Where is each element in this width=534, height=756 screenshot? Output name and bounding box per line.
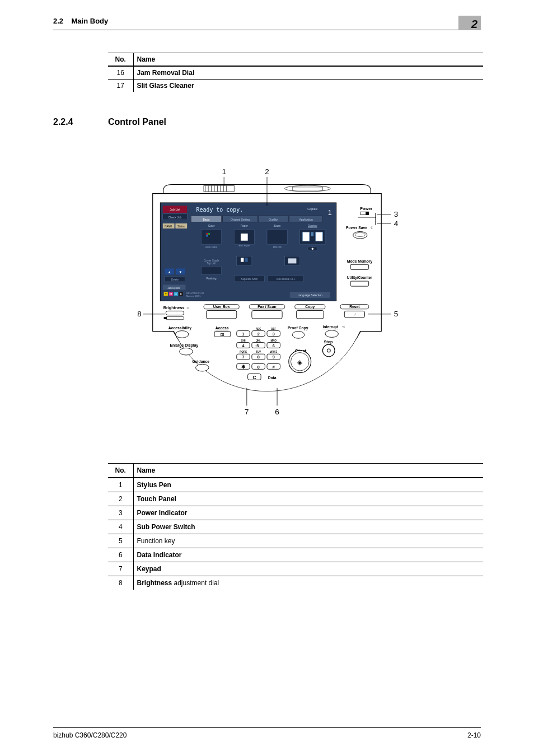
table2-cell-name: Sub Power Switch: [133, 520, 483, 534]
start-diamond-icon: ◈: [297, 358, 303, 366]
screen-copies-value: 1: [328, 209, 332, 217]
table2-cell-no: 8: [108, 576, 133, 590]
lbl-data: Data: [268, 376, 277, 380]
header-section-no: 2.2: [53, 17, 63, 25]
svg-text:2: 2: [257, 332, 260, 337]
lbl-langsel: Language Selection: [298, 294, 322, 297]
svg-text:GHI: GHI: [241, 339, 246, 342]
svg-text:Y: Y: [165, 292, 167, 296]
table-jam-slit: No. Name 16 Jam Removal Dial 17 Slit Gla…: [108, 53, 483, 92]
lbl-corner: Corner Staple: [204, 259, 219, 262]
footer-left: bizhub C360/C280/C220: [53, 731, 127, 739]
table1-cell-no: 16: [108, 66, 133, 80]
key-icon: ⚿: [221, 333, 224, 337]
svg-text:TUV: TUV: [256, 351, 261, 353]
svg-point-76: [180, 348, 193, 355]
svg-text:2: 2: [265, 167, 269, 176]
svg-rect-27: [241, 234, 248, 241]
svg-text:4: 4: [394, 220, 399, 228]
arrow-down-icon: ▼: [179, 270, 182, 274]
table2-cell-no: 3: [108, 506, 133, 520]
lbl-autorotate: Auto Rotate OFF: [276, 278, 295, 281]
svg-rect-25: [208, 235, 210, 237]
svg-text:4: 4: [242, 343, 245, 348]
interrupt-icon: ⤳: [342, 325, 345, 329]
lbl-faxscan: Fax / Scan: [257, 305, 276, 309]
svg-text:JKL: JKL: [256, 339, 261, 342]
table1-head-name: Name: [133, 53, 483, 67]
table-row: 4Sub Power Switch: [108, 520, 483, 534]
svg-point-115: [322, 344, 335, 357]
tab-original: Original Setting: [231, 218, 250, 221]
svg-rect-32: [316, 232, 323, 241]
table2-cell-name: Stylus Pen: [133, 478, 483, 492]
lbl-brightness: Brightness: [163, 305, 185, 310]
svg-text:M: M: [170, 292, 172, 296]
lbl-zoom: Zoom: [274, 225, 281, 227]
svg-rect-40: [288, 258, 296, 263]
table2-cell-name: Data Indicator: [133, 548, 483, 562]
svg-rect-38: [245, 258, 247, 262]
svg-point-114: [325, 330, 339, 338]
svg-rect-65: [166, 316, 184, 319]
table2-cell-no: 1: [108, 478, 133, 492]
svg-text:3: 3: [273, 332, 275, 337]
lbl-sepscan: Separate Scan: [241, 278, 257, 281]
lbl-enlarge: Enlarge Display: [170, 343, 198, 348]
svg-rect-68: [207, 310, 237, 318]
lbl-100: 100.0%: [273, 246, 281, 249]
svg-text:5: 5: [394, 310, 399, 318]
lbl-name: NAME: [165, 225, 172, 228]
control-panel-diagram: Job List Ready to copy. Copies: 1 Check …: [135, 155, 399, 418]
table1-cell-no: 17: [108, 80, 133, 92]
table2-cell-name: Function key: [133, 534, 483, 548]
svg-rect-66: [164, 317, 167, 319]
table-row: 17 Slit Glass Cleaner: [108, 80, 483, 92]
header-section: 2.2 Main Body: [53, 17, 108, 25]
svg-text:PQRS: PQRS: [240, 351, 247, 353]
svg-rect-28: [267, 230, 287, 244]
svg-rect-23: [208, 233, 210, 235]
table-row: 16 Jam Removal Dial: [108, 66, 483, 80]
svg-rect-63: [350, 281, 369, 286]
table1-cell-name: Slit Glass Cleaner: [133, 80, 483, 92]
lbl-topleft: Top Left: [207, 262, 217, 265]
table2-cell-name: Brightness adjustment dial: [133, 576, 483, 590]
svg-point-34: [312, 248, 314, 250]
svg-text:DEF: DEF: [271, 328, 276, 330]
screen-joblist: Job List: [170, 208, 180, 211]
table2-cell-name: Power Indicator: [133, 506, 483, 520]
svg-rect-37: [241, 258, 243, 262]
svg-rect-24: [207, 235, 208, 237]
svg-text:6: 6: [273, 343, 275, 348]
screen-checkjob: Check Job: [168, 216, 182, 219]
svg-rect-36: [237, 256, 252, 265]
table-row: 1Stylus Pen: [108, 478, 483, 492]
section-number: 2.2.4: [53, 117, 108, 127]
tab-application: Application: [299, 218, 313, 221]
table2-head-no: No.: [108, 464, 133, 478]
screen-copies-label: Copies:: [307, 207, 318, 211]
sun-icon: ☼: [186, 305, 190, 310]
reset-icon: ⟋: [353, 312, 357, 317]
svg-text:6: 6: [275, 408, 279, 416]
header-rule: [53, 30, 481, 30]
svg-text:WXYZ: WXYZ: [270, 351, 277, 353]
lbl-paper: Paper: [241, 225, 249, 227]
table-row: 7Keypad: [108, 562, 483, 576]
crescent-icon: ☾: [371, 225, 374, 230]
svg-text:7: 7: [242, 354, 245, 360]
table2-cell-no: 4: [108, 520, 133, 534]
table1-head-no: No.: [108, 53, 133, 67]
svg-text:8: 8: [257, 354, 260, 360]
table2-cell-no: 7: [108, 562, 133, 576]
lbl-jobdetails: Job Details: [168, 287, 181, 290]
chapter-badge: 2: [458, 16, 481, 30]
page-footer: bizhub C360/C280/C220 2-10: [53, 727, 481, 739]
screen-title: Ready to copy.: [196, 207, 243, 213]
lbl-userbox: User Box: [213, 305, 230, 309]
svg-rect-70: [252, 310, 282, 318]
table2-cell-no: 2: [108, 492, 133, 506]
svg-text:·5: ·5: [255, 343, 259, 348]
page-header: 2.2 Main Body: [53, 17, 481, 25]
